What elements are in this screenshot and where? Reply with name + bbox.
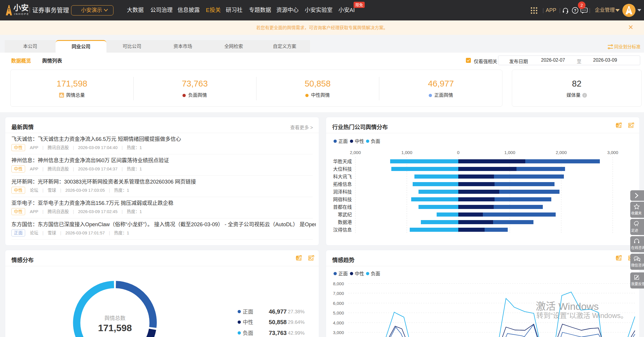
svg-text:润泽科技: 润泽科技 [333, 189, 352, 194]
svg-text:华胜天成: 华胜天成 [333, 159, 352, 164]
svg-text:正面: 正面 [338, 271, 348, 276]
svg-text:27.38%: 27.38% [288, 309, 305, 314]
svg-text:网宿科技: 网宿科技 [333, 197, 352, 202]
svg-text:转到“设置”以激活 Windows。: 转到“设置”以激活 Windows。 [536, 312, 628, 319]
svg-text:大位科技: 大位科技 [333, 167, 352, 172]
svg-text:1,000: 1,000 [504, 150, 515, 155]
svg-text:中性: 中性 [355, 139, 364, 144]
svg-text:6,000: 6,000 [333, 301, 344, 306]
svg-text:X: X [617, 124, 618, 127]
svg-text:首都在线: 首都在线 [333, 205, 352, 210]
svg-text:负面: 负面 [371, 139, 380, 144]
svg-text:X: X [617, 257, 618, 260]
svg-text:拓维信息: 拓维信息 [333, 182, 352, 187]
svg-text:舆情总数: 舆情总数 [104, 315, 125, 321]
svg-text:1,000: 1,000 [401, 150, 412, 155]
svg-text:29.64%: 29.64% [288, 319, 305, 325]
svg-text:激活 Windows: 激活 Windows [536, 301, 599, 312]
svg-text:汉得信息: 汉得信息 [333, 227, 352, 232]
svg-text:数据港: 数据港 [338, 220, 352, 225]
svg-text:负面: 负面 [371, 271, 380, 276]
svg-text:4,000: 4,000 [333, 320, 344, 325]
svg-text:2,000: 2,000 [350, 150, 361, 155]
svg-text:3,000: 3,000 [333, 330, 344, 335]
svg-text:50,858: 50,858 [269, 319, 287, 325]
svg-text:7,000: 7,000 [333, 291, 344, 296]
svg-text:科大讯飞: 科大讯飞 [333, 174, 352, 179]
svg-text:正面: 正面 [338, 139, 348, 144]
svg-text:X: X [297, 257, 298, 260]
svg-text:负面: 负面 [243, 330, 253, 336]
svg-text:3,000: 3,000 [607, 150, 618, 155]
svg-text:?: ? [574, 8, 576, 13]
svg-text:正面: 正面 [243, 309, 253, 315]
svg-text:中性: 中性 [355, 271, 364, 276]
svg-text:寒武纪: 寒武纪 [338, 212, 352, 217]
svg-text:2,000: 2,000 [556, 150, 567, 155]
svg-text:8,000: 8,000 [333, 281, 344, 286]
svg-text:0: 0 [457, 150, 459, 155]
svg-text:5,000: 5,000 [333, 310, 344, 315]
svg-text:46,977: 46,977 [269, 308, 287, 315]
svg-text:171,598: 171,598 [98, 323, 132, 333]
svg-text:42.99%: 42.99% [288, 330, 305, 336]
svg-text:73,763: 73,763 [269, 330, 287, 336]
svg-text:中性: 中性 [243, 319, 253, 325]
